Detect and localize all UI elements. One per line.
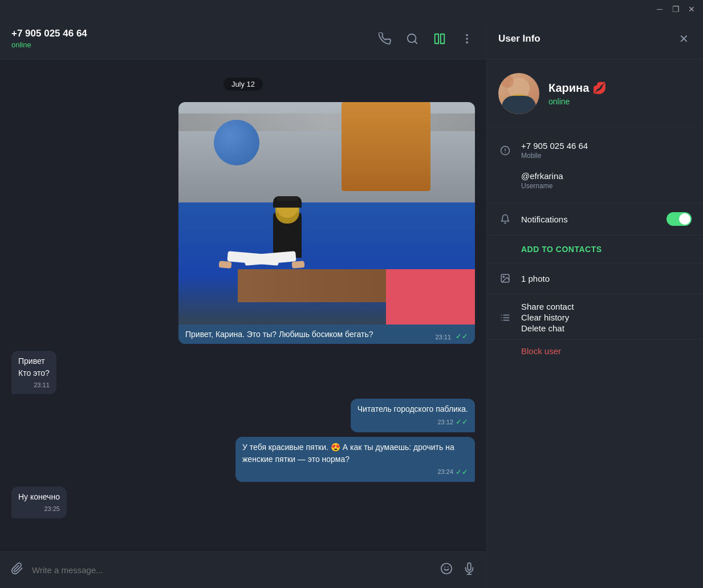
username-value: @efrkarina xyxy=(521,171,563,181)
photo-caption-text: Привет, Карина. Это ты? Любишь босиком б… xyxy=(185,329,428,340)
clear-history-button[interactable]: Clear history xyxy=(521,313,692,322)
photos-value: 1 photo xyxy=(521,274,550,283)
profile-section: Карина 💋 online xyxy=(487,59,703,128)
message-received-1: ПриветКто это? 23:11 xyxy=(11,351,475,395)
svg-point-16 xyxy=(503,276,504,277)
message-input[interactable] xyxy=(32,565,432,575)
panel-title: User Info xyxy=(498,33,676,44)
received-time-2: 23:25 xyxy=(44,504,60,514)
user-info-panel: User Info ✕ Карина 💋 online xyxy=(486,18,703,588)
chat-contact-name: +7 905 025 46 64 xyxy=(11,28,377,39)
toggle-knob xyxy=(679,213,690,225)
received-text-2: Ну конечно xyxy=(18,492,60,501)
svg-line-1 xyxy=(415,41,417,43)
attach-icon[interactable] xyxy=(9,562,25,578)
sent-check-2: ✓✓ xyxy=(456,467,468,478)
read-check-icon: ✓✓ xyxy=(456,332,468,340)
username-icon xyxy=(498,174,512,188)
contact-info-section: +7 905 025 46 64 Mobile @efrkarina Usern… xyxy=(487,128,703,203)
photos-icon xyxy=(498,271,512,285)
chat-header-info: +7 905 025 46 64 online xyxy=(11,28,377,49)
photos-row[interactable]: 1 photo xyxy=(487,263,703,294)
sent-text-1: Читатель городского паблика. xyxy=(357,404,468,413)
notifications-row: Notifications xyxy=(487,203,703,236)
msg-footer-r1: 23:11 xyxy=(18,380,50,390)
photo-time: 23:11 xyxy=(435,334,451,340)
message-received-2: Ну конечно 23:25 xyxy=(11,486,475,518)
username-row: @efrkarina Username xyxy=(487,165,703,196)
chat-input-bar xyxy=(0,551,486,588)
panel-header: User Info ✕ xyxy=(487,18,703,59)
msg-footer-s1: 23:12 ✓✓ xyxy=(357,416,468,428)
msg-footer-s2: 23:24 ✓✓ xyxy=(242,467,468,478)
date-badge: July 12 xyxy=(224,78,263,91)
chat-contact-status: online xyxy=(11,40,377,49)
username-label: Username xyxy=(521,182,563,190)
photo-caption: Привет, Карина. Это ты? Любишь босиком б… xyxy=(178,325,475,344)
notifications-label: Notifications xyxy=(521,214,657,224)
panel-close-button[interactable]: ✕ xyxy=(676,31,692,47)
info-icon xyxy=(498,144,512,157)
message-sent-1: Читатель городского паблика. 23:12 ✓✓ xyxy=(11,399,475,432)
profile-info: Карина 💋 online xyxy=(548,81,607,106)
svg-rect-3 xyxy=(441,34,444,43)
date-divider: July 12 xyxy=(11,78,475,91)
message-sent-2: У тебя красивые пятки. 😍 А как ты думаеш… xyxy=(11,437,475,482)
photo-message: Привет, Карина. Это ты? Любишь босиком б… xyxy=(11,102,475,344)
msg-footer-r2: 23:25 xyxy=(18,504,60,514)
close-button[interactable]: ✕ xyxy=(685,2,698,16)
chat-header: +7 905 025 46 64 online xyxy=(0,18,486,59)
bubble-received-2: Ну конечно 23:25 xyxy=(11,486,67,518)
more-icon[interactable] xyxy=(459,31,475,47)
bubble-sent-2: У тебя красивые пятки. 😍 А как ты думаеш… xyxy=(235,437,475,482)
sent-time-1: 23:12 xyxy=(437,417,453,427)
delete-chat-button[interactable]: Delete chat xyxy=(521,323,692,333)
received-time-1: 23:11 xyxy=(34,380,50,390)
bell-icon xyxy=(498,212,512,226)
profile-name: Карина 💋 xyxy=(548,81,607,95)
titlebar: ─ ❐ ✕ xyxy=(0,0,703,18)
phone-row: +7 905 025 46 64 Mobile xyxy=(487,135,703,165)
phone-value: +7 905 025 46 64 xyxy=(521,141,588,151)
list-icon xyxy=(498,311,512,325)
sent-time-2: 23:24 xyxy=(437,467,453,477)
chat-area: +7 905 025 46 64 online xyxy=(0,18,486,588)
svg-point-5 xyxy=(466,38,468,40)
share-contact-button[interactable]: Share contact xyxy=(521,302,692,311)
add-to-contacts-button[interactable]: ADD TO CONTACTS xyxy=(487,236,703,263)
svg-point-4 xyxy=(466,34,468,36)
sent-text-2: У тебя красивые пятки. 😍 А как ты думаеш… xyxy=(242,443,454,464)
call-icon[interactable] xyxy=(377,31,393,47)
emoji-icon[interactable] xyxy=(438,562,454,578)
layout-icon[interactable] xyxy=(432,31,448,47)
profile-status: online xyxy=(548,97,607,106)
photo-bubble[interactable]: Привет, Карина. Это ты? Любишь босиком б… xyxy=(178,102,475,344)
svg-rect-2 xyxy=(435,34,438,43)
svg-point-6 xyxy=(466,41,468,43)
phone-content: +7 905 025 46 64 Mobile xyxy=(521,141,588,160)
mic-icon[interactable] xyxy=(461,562,477,578)
bubble-received-1: ПриветКто это? 23:11 xyxy=(11,351,56,395)
photo-image xyxy=(178,102,475,325)
search-icon[interactable] xyxy=(404,31,420,47)
username-content: @efrkarina Username xyxy=(521,171,563,190)
actions-section: Share contact Clear history Delete chat … xyxy=(487,294,703,365)
sent-check-1: ✓✓ xyxy=(456,416,468,428)
avatar xyxy=(498,73,539,114)
bubble-sent-1: Читатель городского паблика. 23:12 ✓✓ xyxy=(351,399,475,432)
chat-header-actions xyxy=(377,31,475,47)
received-text-1: ПриветКто это? xyxy=(18,356,50,378)
minimize-button[interactable]: ─ xyxy=(653,2,667,16)
phone-label: Mobile xyxy=(521,152,588,160)
messages-area[interactable]: July 12 xyxy=(0,59,486,551)
maximize-button[interactable]: ❐ xyxy=(669,2,682,16)
main-layout: +7 905 025 46 64 online xyxy=(0,18,703,588)
svg-point-7 xyxy=(441,563,452,574)
block-user-button[interactable]: Block user xyxy=(487,339,703,363)
notifications-toggle[interactable] xyxy=(667,212,692,226)
actions-row-icons: Share contact Clear history Delete chat xyxy=(487,296,703,339)
